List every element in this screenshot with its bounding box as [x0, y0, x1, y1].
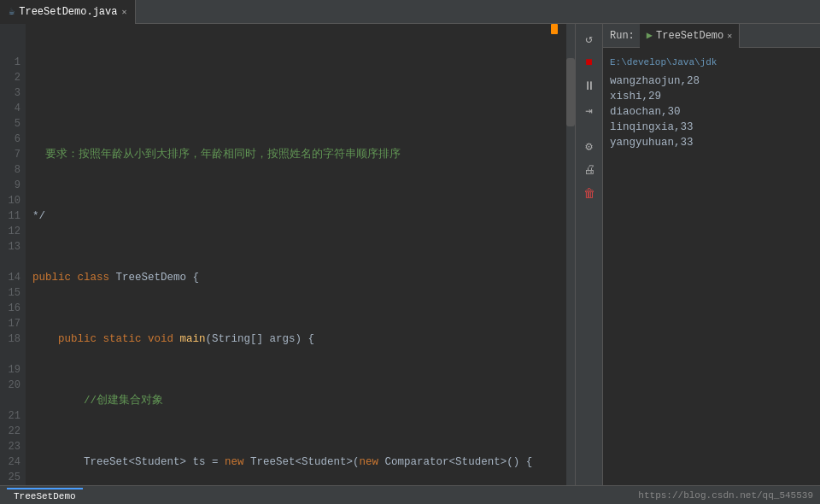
output-line-4: linqingxia,33	[610, 120, 813, 135]
settings-btn[interactable]: ⚙	[580, 137, 599, 155]
print-btn[interactable]: 🖨	[580, 161, 599, 179]
run-path: E:\develop\Java\jdk	[610, 55, 813, 70]
step-over-btn[interactable]: ⇥	[580, 101, 599, 120]
stop-btn[interactable]: ■	[580, 53, 599, 72]
output-line-3: diaochan,30	[610, 104, 813, 120]
run-tab[interactable]: ▶ TreeSetDemo ✕	[640, 24, 740, 48]
code-content: 要求：按照年龄从小到大排序，年龄相同时，按照姓名的字符串顺序排序 */ publ…	[26, 24, 566, 485]
tab-icon: ☕	[9, 5, 15, 18]
line-numbers: 1 2 3 4 5 6 7 8 9 10 11 12 13 14 15 16 1…	[0, 24, 26, 485]
run-tab-label: TreeSetDemo	[656, 30, 723, 42]
editor-scrollbar[interactable]	[566, 24, 575, 485]
restart-btn[interactable]: ↺	[580, 29, 599, 48]
delete-btn[interactable]: 🗑	[580, 185, 599, 203]
run-tab-icon: ▶	[647, 29, 653, 42]
run-label: Run:	[610, 30, 635, 42]
main-content: 1 2 3 4 5 6 7 8 9 10 11 12 13 14 15 16 1…	[0, 24, 820, 485]
tab-treesetdemo[interactable]: ☕ TreeSetDemo.java ✕	[0, 0, 136, 24]
output-line-2: xishi,29	[610, 89, 813, 104]
tab-close-btn[interactable]: ✕	[121, 7, 126, 17]
run-panel: Run: ▶ TreeSetDemo ✕ E:\develop\Java\jdk…	[602, 24, 820, 485]
bottom-bar: TreeSetDemo https://blog.csdn.net/qq_545…	[0, 485, 820, 504]
output-line-5: yangyuhuan,33	[610, 135, 813, 150]
change-marker	[551, 24, 558, 34]
editor-area: 1 2 3 4 5 6 7 8 9 10 11 12 13 14 15 16 1…	[0, 24, 575, 485]
output-line-1: wangzhaojun,28	[610, 73, 813, 89]
pause-btn[interactable]: ⏸	[580, 77, 599, 96]
watermark: https://blog.csdn.net/qq_545539	[638, 490, 813, 501]
run-output: E:\develop\Java\jdk wangzhaojun,28 xishi…	[603, 48, 820, 485]
scroll-thumb[interactable]	[566, 58, 575, 126]
run-tab-close[interactable]: ✕	[727, 31, 732, 41]
tab-label: TreeSetDemo.java	[19, 6, 117, 18]
right-toolbar: ↺ ■ ⏸ ⇥ ⚙ 🖨 🗑	[575, 24, 602, 485]
tab-bar: ☕ TreeSetDemo.java ✕	[0, 0, 820, 24]
bottom-tab-treesetdemo[interactable]: TreeSetDemo	[7, 488, 83, 503]
run-header: Run: ▶ TreeSetDemo ✕	[603, 24, 820, 48]
